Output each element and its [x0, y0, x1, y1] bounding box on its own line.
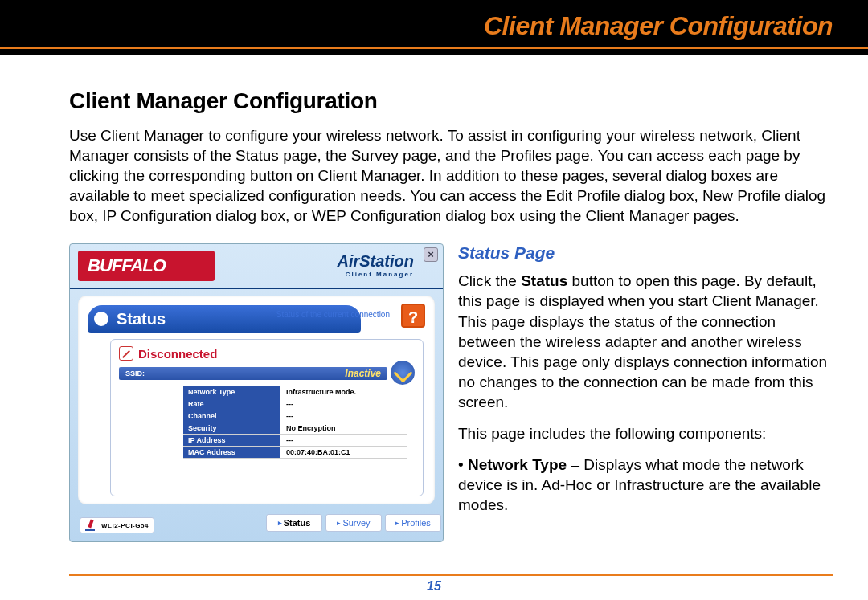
- intro-paragraph: Use Client Manager to configure your wir…: [69, 125, 833, 226]
- header-band: Client Manager Configuration: [0, 0, 868, 55]
- inactive-label: Inactive: [345, 368, 381, 379]
- paragraph-1: Click the Status button to open this pag…: [458, 271, 833, 412]
- close-button[interactable]: ×: [424, 247, 438, 262]
- disconnected-label: Disconnected: [138, 347, 217, 361]
- page-number: 15: [0, 579, 868, 594]
- status-subtitle: Status of the current connection: [276, 310, 390, 319]
- table-row: Rate ---: [183, 398, 407, 410]
- header-title: Client Manager Configuration: [484, 11, 833, 41]
- two-column-layout: BUFFALO AirStation Client Manager × Stat…: [69, 243, 833, 542]
- content-area: Client Manager Configuration Use Client …: [69, 88, 833, 542]
- right-column: Status Page Click the Status button to o…: [458, 243, 833, 526]
- table-row: IP Address ---: [183, 435, 407, 447]
- window-titlebar: BUFFALO AirStation Client Manager ×: [70, 244, 443, 289]
- disconnected-icon: [119, 346, 133, 361]
- table-key: Rate: [183, 398, 280, 410]
- p1c: button to open this page. By default, th…: [458, 272, 827, 410]
- p1b: Status: [521, 272, 567, 289]
- sub-heading: Status Page: [458, 243, 833, 263]
- table-key: Channel: [183, 410, 280, 422]
- airstation-logo: AirStation Client Manager: [337, 252, 414, 278]
- table-row: MAC Address 00:07:40:BA:01:C1: [183, 447, 407, 459]
- tool-icon[interactable]: [391, 361, 415, 385]
- airstation-text: AirStation: [337, 252, 414, 271]
- table-row: Network Type Infrastructure Mode.: [183, 386, 407, 398]
- table-row: Channel ---: [183, 410, 407, 422]
- tab-survey[interactable]: Survey: [326, 514, 382, 532]
- b1b: Network Type: [468, 456, 567, 473]
- antenna-icon: [85, 520, 96, 531]
- tab-status[interactable]: Status: [266, 514, 322, 532]
- airstation-sub: Client Manager: [337, 271, 414, 278]
- table-val: Infrastructure Mode.: [280, 386, 407, 398]
- table-key: MAC Address: [183, 447, 280, 458]
- ssid-row: SSID: Inactive: [119, 367, 387, 380]
- page-frame: Client Manager Configuration Client Mana…: [0, 0, 868, 600]
- brand-logo: BUFFALO: [78, 251, 215, 281]
- header-divider: [0, 47, 868, 49]
- p1a: Click the: [458, 272, 521, 289]
- footer-divider: [69, 574, 833, 576]
- doc-heading: Client Manager Configuration: [69, 88, 833, 114]
- table-row: Security No Encryption: [183, 422, 407, 435]
- b1a: •: [458, 456, 468, 473]
- model-text: WLI2-PCI-G54: [101, 522, 149, 529]
- paragraph-2: This page includes the following compone…: [458, 423, 833, 443]
- table-val: 00:07:40:BA:01:C1: [280, 447, 407, 458]
- table-key: Security: [183, 422, 280, 434]
- table-val: ---: [280, 410, 407, 422]
- table-val: No Encryption: [280, 422, 407, 434]
- status-panel: Disconnected SSID: Inactive Network Type…: [110, 339, 424, 496]
- status-indicator-icon: [94, 312, 108, 326]
- tab-profiles[interactable]: Profiles: [385, 514, 441, 532]
- ssid-label: SSID:: [125, 369, 145, 378]
- table-key: Network Type: [183, 386, 280, 398]
- table-val: ---: [280, 435, 407, 446]
- table-val: ---: [280, 398, 407, 410]
- window-body: Status Status of the current connection …: [78, 296, 435, 504]
- bottom-tabs: Status Survey Profiles: [266, 514, 441, 532]
- table-key: IP Address: [183, 435, 280, 446]
- bullet-1: • Network Type – Displays what mode the …: [458, 455, 833, 515]
- model-badge: WLI2-PCI-G54: [80, 517, 154, 533]
- client-manager-window: BUFFALO AirStation Client Manager × Stat…: [69, 243, 444, 542]
- connection-state: Disconnected: [119, 346, 217, 361]
- help-button[interactable]: ?: [401, 304, 425, 328]
- status-header-label: Status: [117, 310, 166, 329]
- status-table: Network Type Infrastructure Mode. Rate -…: [183, 386, 407, 459]
